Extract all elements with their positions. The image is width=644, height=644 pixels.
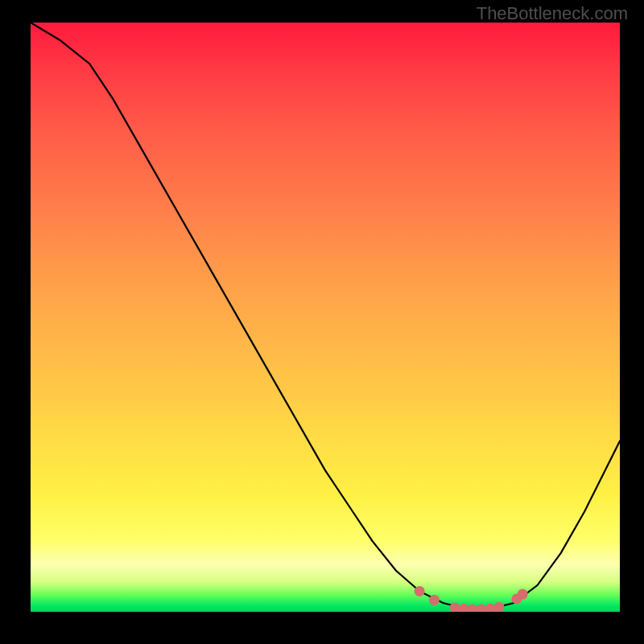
chart-highlight-markers bbox=[415, 586, 528, 612]
highlight-marker bbox=[415, 586, 425, 597]
chart-curve bbox=[31, 23, 620, 609]
chart-overlay-svg bbox=[31, 23, 620, 612]
highlight-marker bbox=[493, 602, 504, 612]
highlight-marker bbox=[476, 605, 486, 612]
highlight-marker bbox=[459, 604, 469, 612]
watermark-text: TheBottleneck.com bbox=[477, 3, 628, 24]
highlight-marker bbox=[450, 602, 460, 612]
highlight-marker bbox=[518, 589, 528, 600]
chart-plot-area bbox=[31, 23, 620, 612]
highlight-marker bbox=[429, 595, 440, 605]
highlight-marker bbox=[468, 605, 478, 612]
